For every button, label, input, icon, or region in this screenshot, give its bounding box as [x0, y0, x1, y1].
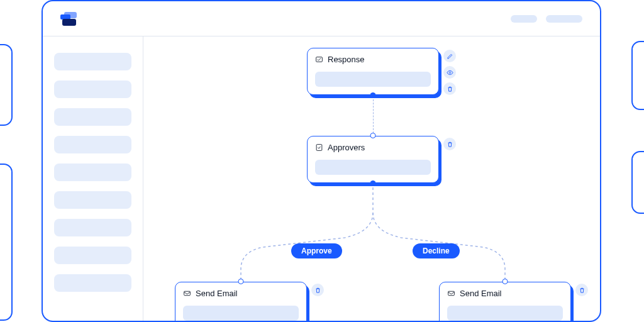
- sidebar-item[interactable]: [54, 274, 131, 292]
- sidebar-item[interactable]: [54, 108, 131, 126]
- app-logo: [60, 12, 77, 26]
- response-icon: [315, 55, 323, 64]
- sidebar: [43, 36, 143, 321]
- edit-button[interactable]: [443, 50, 456, 62]
- workflow-node-send-email[interactable]: Send Email: [175, 282, 307, 322]
- topbar-actions: [511, 15, 582, 23]
- sidebar-item[interactable]: [54, 247, 131, 264]
- trash-icon: [447, 86, 453, 92]
- svg-rect-4: [448, 291, 455, 296]
- delete-button[interactable]: [575, 284, 588, 296]
- sidebar-item[interactable]: [54, 164, 131, 181]
- workflow-node-approvers[interactable]: Approvers: [307, 136, 439, 183]
- delete-button[interactable]: [443, 138, 456, 150]
- workflow-node-send-email[interactable]: Send Email: [439, 282, 571, 322]
- node-inport[interactable]: [238, 279, 244, 284]
- node-body-placeholder: [183, 306, 299, 321]
- sidebar-item[interactable]: [54, 136, 131, 153]
- sidebar-item[interactable]: [54, 80, 131, 98]
- peripheral-card: [631, 151, 644, 214]
- node-title-text: Approvers: [328, 143, 365, 152]
- svg-point-1: [449, 72, 451, 74]
- workflow-canvas[interactable]: Response: [143, 36, 600, 321]
- peripheral-card: [631, 41, 644, 110]
- node-outport[interactable]: [370, 92, 376, 98]
- trash-icon: [447, 141, 453, 148]
- svg-rect-3: [184, 291, 191, 296]
- peripheral-card: [0, 44, 13, 126]
- pencil-icon: [447, 53, 453, 60]
- app-window: Response: [42, 0, 601, 322]
- logo-icon: [60, 12, 77, 26]
- delete-button[interactable]: [443, 82, 456, 95]
- peripheral-card: [0, 164, 13, 321]
- node-body-placeholder: [447, 306, 563, 321]
- eye-icon: [447, 69, 453, 76]
- node-title-text: Send Email: [460, 289, 501, 298]
- connector: [373, 99, 374, 133]
- trash-icon: [579, 287, 586, 294]
- branch-label-decline[interactable]: Decline: [413, 243, 460, 258]
- node-title-text: Response: [328, 55, 365, 64]
- view-button[interactable]: [443, 66, 456, 79]
- topbar: [43, 1, 600, 36]
- node-outport[interactable]: [370, 180, 376, 186]
- sidebar-item[interactable]: [54, 219, 131, 236]
- approvers-icon: [315, 143, 323, 152]
- node-inport[interactable]: [370, 133, 376, 138]
- node-inport[interactable]: [502, 279, 508, 284]
- topbar-action-placeholder[interactable]: [546, 15, 582, 23]
- mail-icon: [447, 289, 455, 297]
- delete-button[interactable]: [311, 284, 324, 296]
- sidebar-item[interactable]: [54, 191, 131, 209]
- trash-icon: [314, 287, 321, 294]
- svg-rect-2: [316, 145, 322, 151]
- node-body-placeholder: [315, 72, 431, 87]
- topbar-action-placeholder[interactable]: [511, 15, 537, 23]
- sidebar-item[interactable]: [54, 53, 131, 70]
- branch-label-approve[interactable]: Approve: [291, 243, 342, 258]
- mail-icon: [183, 289, 191, 297]
- node-body-placeholder: [315, 160, 431, 175]
- workflow-node-response[interactable]: Response: [307, 48, 439, 95]
- node-title-text: Send Email: [196, 289, 237, 298]
